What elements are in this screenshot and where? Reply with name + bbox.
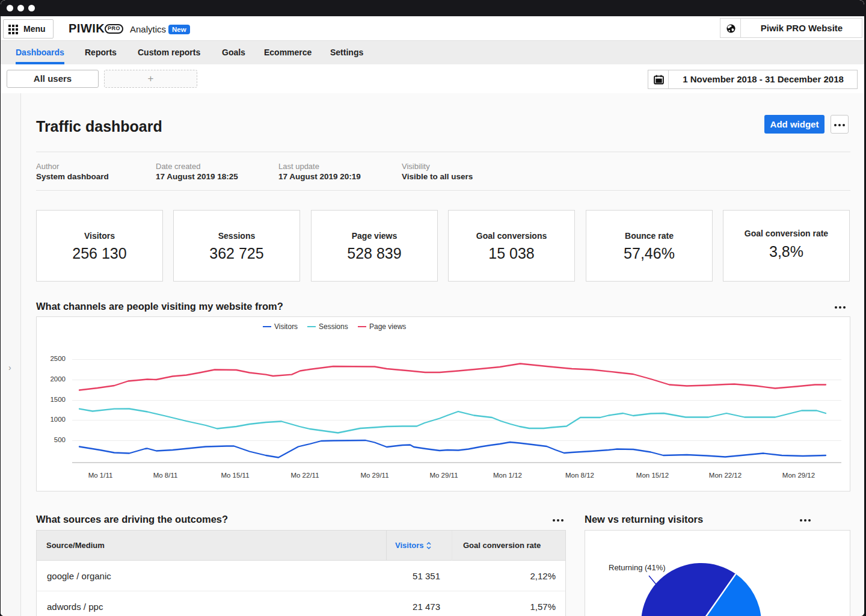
svg-text:Returning (41%): Returning (41%) (609, 563, 666, 572)
